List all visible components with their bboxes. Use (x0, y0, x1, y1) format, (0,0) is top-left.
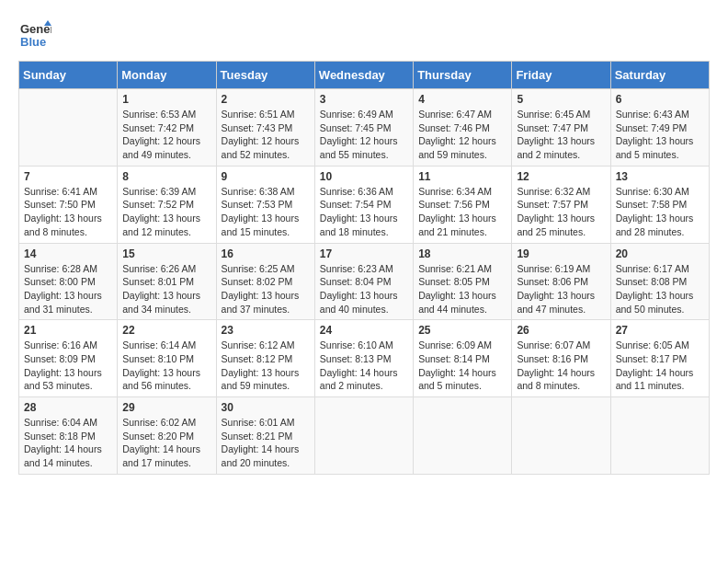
calendar-cell: 25Sunrise: 6:09 AMSunset: 8:14 PMDayligh… (414, 320, 512, 397)
calendar-cell: 7Sunrise: 6:41 AMSunset: 7:50 PMDaylight… (19, 166, 118, 243)
day-header-friday: Friday (512, 62, 610, 89)
day-number: 28 (24, 401, 112, 414)
calendar-cell: 19Sunrise: 6:19 AMSunset: 8:06 PMDayligh… (512, 243, 610, 320)
calendar-cell: 30Sunrise: 6:01 AMSunset: 8:21 PMDayligh… (216, 397, 314, 475)
day-number: 16 (222, 247, 310, 260)
calendar-cell: 29Sunrise: 6:02 AMSunset: 8:20 PMDayligh… (118, 397, 216, 475)
day-info: Sunrise: 6:14 AMSunset: 8:10 PMDaylight:… (122, 339, 210, 393)
day-number: 23 (222, 324, 310, 337)
day-number: 21 (24, 324, 112, 337)
calendar-cell: 28Sunrise: 6:04 AMSunset: 8:18 PMDayligh… (19, 397, 118, 475)
day-number: 26 (517, 324, 605, 337)
calendar-cell (414, 397, 512, 475)
day-number: 5 (517, 93, 605, 106)
calendar-cell: 16Sunrise: 6:25 AMSunset: 8:02 PMDayligh… (216, 243, 314, 320)
day-number: 27 (616, 324, 704, 337)
day-info: Sunrise: 6:19 AMSunset: 8:06 PMDaylight:… (517, 262, 605, 316)
day-number: 30 (222, 401, 310, 414)
calendar-cell: 8Sunrise: 6:39 AMSunset: 7:52 PMDaylight… (118, 166, 216, 243)
day-number: 7 (24, 170, 112, 183)
day-info: Sunrise: 6:16 AMSunset: 8:09 PMDaylight:… (24, 339, 112, 393)
day-number: 22 (122, 324, 210, 337)
day-info: Sunrise: 6:02 AMSunset: 8:20 PMDaylight:… (122, 416, 210, 470)
day-info: Sunrise: 6:09 AMSunset: 8:14 PMDaylight:… (418, 339, 506, 393)
day-header-tuesday: Tuesday (216, 62, 314, 89)
day-number: 29 (122, 401, 210, 414)
day-number: 11 (418, 170, 506, 183)
day-number: 15 (122, 247, 210, 260)
day-info: Sunrise: 6:12 AMSunset: 8:12 PMDaylight:… (222, 339, 310, 393)
day-number: 1 (122, 93, 210, 106)
calendar-cell: 12Sunrise: 6:32 AMSunset: 7:57 PMDayligh… (512, 166, 610, 243)
week-row-2: 7Sunrise: 6:41 AMSunset: 7:50 PMDaylight… (19, 166, 710, 243)
day-number: 18 (418, 247, 506, 260)
day-info: Sunrise: 6:21 AMSunset: 8:05 PMDaylight:… (418, 262, 506, 316)
calendar-cell: 21Sunrise: 6:16 AMSunset: 8:09 PMDayligh… (19, 320, 118, 397)
day-info: Sunrise: 6:34 AMSunset: 7:56 PMDaylight:… (418, 185, 506, 239)
calendar-cell: 27Sunrise: 6:05 AMSunset: 8:17 PMDayligh… (610, 320, 709, 397)
calendar-cell: 18Sunrise: 6:21 AMSunset: 8:05 PMDayligh… (414, 243, 512, 320)
logo-icon: General Blue (18, 18, 51, 52)
day-number: 4 (418, 93, 506, 106)
calendar-cell: 15Sunrise: 6:26 AMSunset: 8:01 PMDayligh… (118, 243, 216, 320)
day-info: Sunrise: 6:23 AMSunset: 8:04 PMDaylight:… (320, 262, 408, 316)
day-number: 19 (517, 247, 605, 260)
day-number: 25 (418, 324, 506, 337)
day-info: Sunrise: 6:39 AMSunset: 7:52 PMDaylight:… (122, 185, 210, 239)
calendar-cell: 22Sunrise: 6:14 AMSunset: 8:10 PMDayligh… (118, 320, 216, 397)
week-row-3: 14Sunrise: 6:28 AMSunset: 8:00 PMDayligh… (19, 243, 710, 320)
calendar-cell: 23Sunrise: 6:12 AMSunset: 8:12 PMDayligh… (216, 320, 314, 397)
day-number: 9 (222, 170, 310, 183)
day-number: 8 (122, 170, 210, 183)
header: General Blue (18, 18, 710, 52)
logo: General Blue (18, 18, 51, 52)
day-header-row: SundayMondayTuesdayWednesdayThursdayFrid… (19, 62, 710, 89)
day-header-saturday: Saturday (610, 62, 709, 89)
day-number: 14 (24, 247, 112, 260)
calendar-cell: 3Sunrise: 6:49 AMSunset: 7:45 PMDaylight… (314, 89, 413, 167)
day-info: Sunrise: 6:36 AMSunset: 7:54 PMDaylight:… (320, 185, 408, 239)
week-row-1: 1Sunrise: 6:53 AMSunset: 7:42 PMDaylight… (19, 89, 710, 167)
day-info: Sunrise: 6:25 AMSunset: 8:02 PMDaylight:… (222, 262, 310, 316)
day-header-sunday: Sunday (19, 62, 118, 89)
calendar-cell: 26Sunrise: 6:07 AMSunset: 8:16 PMDayligh… (512, 320, 610, 397)
day-header-wednesday: Wednesday (314, 62, 413, 89)
calendar-cell: 11Sunrise: 6:34 AMSunset: 7:56 PMDayligh… (414, 166, 512, 243)
calendar-table: SundayMondayTuesdayWednesdayThursdayFrid… (18, 61, 710, 475)
day-info: Sunrise: 6:05 AMSunset: 8:17 PMDaylight:… (616, 339, 704, 393)
day-info: Sunrise: 6:01 AMSunset: 8:21 PMDaylight:… (222, 416, 310, 470)
day-number: 17 (320, 247, 408, 260)
day-info: Sunrise: 6:38 AMSunset: 7:53 PMDaylight:… (222, 185, 310, 239)
week-row-5: 28Sunrise: 6:04 AMSunset: 8:18 PMDayligh… (19, 397, 710, 475)
day-info: Sunrise: 6:45 AMSunset: 7:47 PMDaylight:… (517, 108, 605, 162)
day-info: Sunrise: 6:43 AMSunset: 7:49 PMDaylight:… (616, 108, 704, 162)
calendar-cell: 6Sunrise: 6:43 AMSunset: 7:49 PMDaylight… (610, 89, 709, 167)
day-info: Sunrise: 6:30 AMSunset: 7:58 PMDaylight:… (616, 185, 704, 239)
day-number: 3 (320, 93, 408, 106)
day-info: Sunrise: 6:17 AMSunset: 8:08 PMDaylight:… (616, 262, 704, 316)
calendar-cell (19, 89, 118, 167)
day-number: 12 (517, 170, 605, 183)
day-number: 10 (320, 170, 408, 183)
calendar-cell: 1Sunrise: 6:53 AMSunset: 7:42 PMDaylight… (118, 89, 216, 167)
week-row-4: 21Sunrise: 6:16 AMSunset: 8:09 PMDayligh… (19, 320, 710, 397)
day-info: Sunrise: 6:53 AMSunset: 7:42 PMDaylight:… (122, 108, 210, 162)
day-info: Sunrise: 6:26 AMSunset: 8:01 PMDaylight:… (122, 262, 210, 316)
calendar-cell (610, 397, 709, 475)
calendar-cell: 17Sunrise: 6:23 AMSunset: 8:04 PMDayligh… (314, 243, 413, 320)
calendar-cell: 24Sunrise: 6:10 AMSunset: 8:13 PMDayligh… (314, 320, 413, 397)
day-info: Sunrise: 6:10 AMSunset: 8:13 PMDaylight:… (320, 339, 408, 393)
calendar-cell (314, 397, 413, 475)
day-number: 13 (616, 170, 704, 183)
day-info: Sunrise: 6:51 AMSunset: 7:43 PMDaylight:… (222, 108, 310, 162)
day-number: 6 (616, 93, 704, 106)
calendar-cell: 13Sunrise: 6:30 AMSunset: 7:58 PMDayligh… (610, 166, 709, 243)
calendar-cell: 20Sunrise: 6:17 AMSunset: 8:08 PMDayligh… (610, 243, 709, 320)
day-number: 20 (616, 247, 704, 260)
day-info: Sunrise: 6:04 AMSunset: 8:18 PMDaylight:… (24, 416, 112, 470)
calendar-cell: 9Sunrise: 6:38 AMSunset: 7:53 PMDaylight… (216, 166, 314, 243)
calendar-cell: 10Sunrise: 6:36 AMSunset: 7:54 PMDayligh… (314, 166, 413, 243)
day-number: 2 (222, 93, 310, 106)
day-info: Sunrise: 6:41 AMSunset: 7:50 PMDaylight:… (24, 185, 112, 239)
day-info: Sunrise: 6:49 AMSunset: 7:45 PMDaylight:… (320, 108, 408, 162)
